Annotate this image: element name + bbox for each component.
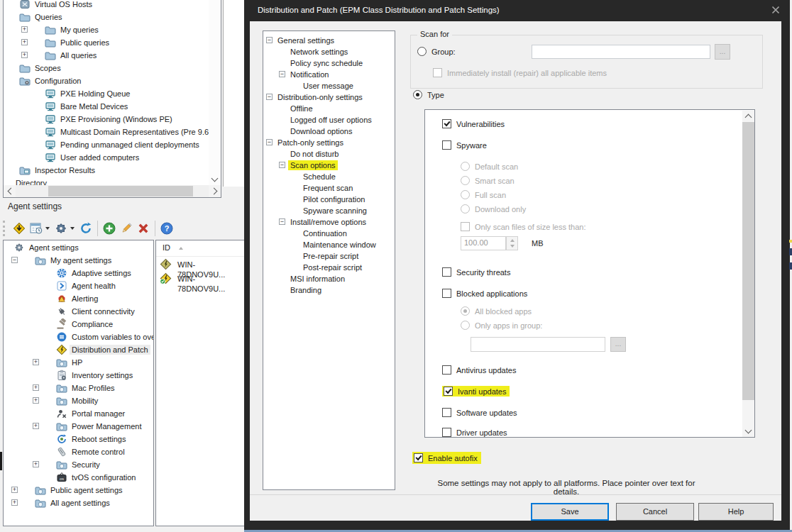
expand-icon[interactable]: + xyxy=(21,52,28,58)
spin-down-icon[interactable] xyxy=(510,245,515,248)
tree-item-mobility[interactable]: +Mobility xyxy=(4,394,153,407)
tree-item-multicast-domain-representatives-pre-9-6-or[interactable]: Multicast Domain Representatives (Pre 9.… xyxy=(4,126,209,138)
size-limit-spinner[interactable] xyxy=(506,236,518,250)
tree-item-configuration[interactable]: Configuration xyxy=(4,74,209,87)
collapse-icon[interactable]: − xyxy=(279,218,285,225)
tree-item-post-repair-script[interactable]: Post-repair script xyxy=(263,261,395,272)
tree-item-do-not-disturb[interactable]: Do not disturb xyxy=(263,148,395,159)
tree-item-custom-variables-to-overr[interactable]: Custom variables to overr xyxy=(4,331,153,343)
tree-item-inspector-results[interactable]: Inspector Results xyxy=(4,164,209,177)
tree-item-reboot-settings[interactable]: Reboot settings xyxy=(4,433,153,445)
collapse-icon[interactable]: − xyxy=(279,162,285,168)
driver-updates-checkbox[interactable] xyxy=(442,428,451,437)
cancel-button[interactable]: Cancel xyxy=(616,503,694,521)
collapse-icon[interactable]: − xyxy=(266,37,273,43)
toolbar-grip[interactable] xyxy=(3,221,7,236)
distribution-package-icon[interactable] xyxy=(11,220,28,237)
all-blocked-apps-radio[interactable] xyxy=(461,306,470,316)
software-updates-checkbox[interactable] xyxy=(442,408,451,417)
tree-item-notification[interactable]: −Notification xyxy=(263,68,395,79)
tree-item-alerting[interactable]: Alerting xyxy=(4,292,153,305)
horizontal-scroll-thumb[interactable] xyxy=(48,186,193,196)
tree-item-pilot-configuration[interactable]: Pilot configuration xyxy=(263,193,395,204)
scroll-left-button[interactable] xyxy=(4,185,16,197)
close-icon[interactable] xyxy=(771,5,781,15)
tree-item-agent-health[interactable]: Agent health xyxy=(4,279,153,292)
collapse-icon[interactable]: − xyxy=(11,257,18,263)
size-limit-input[interactable]: 100.00 xyxy=(461,236,506,250)
gear-dropdown-caret-icon[interactable] xyxy=(70,227,75,230)
tree-item-compliance[interactable]: Compliance xyxy=(4,318,153,331)
tree-item-distribution-and-patch[interactable]: Distribution and Patch xyxy=(4,343,153,356)
scan-group-browse-button[interactable]: ... xyxy=(715,44,730,60)
tree-item-bare-metal-devices[interactable]: Bare Metal Devices xyxy=(4,100,209,113)
tree-item-continuation[interactable]: Continuation xyxy=(263,227,395,238)
tree-item-pending-unmanaged-client-deployments[interactable]: Pending unmanaged client deployments xyxy=(4,138,209,151)
delete-icon[interactable] xyxy=(135,220,152,237)
tree-item-general-settings[interactable]: −General settings xyxy=(263,34,395,45)
ivanti-updates-checkbox[interactable] xyxy=(444,387,453,396)
tree-item-my-queries[interactable]: +My queries xyxy=(4,23,209,36)
tree-item-scan-options[interactable]: −Scan options xyxy=(263,159,395,170)
scan-group-radio[interactable] xyxy=(417,47,427,56)
tree-item-pxe-holding-queue[interactable]: PXE Holding Queue xyxy=(4,87,209,100)
spin-up-icon[interactable] xyxy=(510,239,515,242)
smart-scan-radio[interactable] xyxy=(461,176,470,185)
tree-item-mac-profiles[interactable]: +Mac Profiles xyxy=(4,382,153,394)
scroll-down-button[interactable] xyxy=(209,173,221,185)
scroll-down-button[interactable] xyxy=(742,426,754,437)
tree-item-all-agent-settings[interactable]: +All agent settings xyxy=(4,497,153,509)
tree-item-portal-manager[interactable]: Portal manager xyxy=(4,407,153,420)
tree-item-user-message[interactable]: User message xyxy=(263,79,395,91)
tree-item-user-added-computers[interactable]: User added computers xyxy=(4,151,209,164)
vertical-scroll-thumb[interactable] xyxy=(742,122,754,400)
security-threats-checkbox[interactable] xyxy=(442,267,451,277)
tree-item-network-settings[interactable]: Network settings xyxy=(263,45,395,57)
tree-item-queries[interactable]: Queries xyxy=(4,11,209,23)
tree-item-msi-information[interactable]: MSI information xyxy=(263,272,395,284)
schedule-dropdown-caret-icon[interactable] xyxy=(45,227,50,230)
tree-item-adaptive-settings[interactable]: Adaptive settings xyxy=(4,267,153,279)
tree-item-offline[interactable]: Offline xyxy=(263,102,395,113)
tree-item-my-agent-settings[interactable]: −My agent settings xyxy=(4,254,153,267)
expand-icon[interactable]: + xyxy=(33,359,39,365)
tree-item-scopes[interactable]: Scopes xyxy=(4,62,209,74)
type-list-vertical-scrollbar[interactable] xyxy=(742,111,754,437)
blocked-applications-checkbox[interactable] xyxy=(442,289,451,298)
network-tree-horizontal-scrollbar[interactable] xyxy=(4,185,221,197)
antivirus-updates-checkbox[interactable] xyxy=(442,365,451,375)
id-list-item[interactable]: WIN-78DNOV9U... xyxy=(156,257,244,272)
spyware-checkbox[interactable] xyxy=(442,140,451,150)
tree-item-schedule[interactable]: Schedule xyxy=(263,170,395,182)
scroll-right-button[interactable] xyxy=(209,185,221,197)
tree-item-spyware-scanning[interactable]: Spyware scanning xyxy=(263,204,395,216)
tree-item-agent-settings[interactable]: Agent settings xyxy=(4,241,153,254)
id-column-header[interactable]: ID xyxy=(156,240,244,257)
help-icon[interactable]: ? xyxy=(158,220,175,237)
settings-gear-icon[interactable] xyxy=(53,220,70,237)
expand-icon[interactable]: + xyxy=(21,39,28,45)
refresh-icon[interactable] xyxy=(77,220,94,237)
default-scan-radio[interactable] xyxy=(461,162,470,171)
expand-icon[interactable]: + xyxy=(33,423,39,429)
collapse-icon[interactable]: − xyxy=(279,71,285,77)
tree-item-policy-sync-schedule[interactable]: Policy sync schedule xyxy=(263,57,395,68)
tree-item-remote-control[interactable]: Remote control xyxy=(4,445,153,458)
blocked-group-input[interactable] xyxy=(471,337,605,352)
expand-icon[interactable]: + xyxy=(33,461,39,467)
collapse-icon[interactable]: − xyxy=(266,139,273,145)
immediately-install-checkbox[interactable] xyxy=(433,68,442,77)
expand-icon[interactable]: + xyxy=(21,26,28,33)
tree-item-distribution-only-settings[interactable]: −Distribution-only settings xyxy=(263,91,395,102)
tree-item-client-connectivity[interactable]: Client connectivity xyxy=(4,305,153,318)
tree-item-pxe-provisioning-windows-pe[interactable]: PXE Provisioning (Windows PE) xyxy=(4,113,209,126)
tree-item-inventory-settings[interactable]: Inventory settings xyxy=(4,369,153,382)
expand-icon[interactable]: + xyxy=(11,487,18,493)
tree-item-power-management[interactable]: +Power Management xyxy=(4,420,153,433)
save-button[interactable]: Save xyxy=(531,503,609,521)
collapse-icon[interactable]: − xyxy=(266,94,273,100)
tree-item-pre-repair-script[interactable]: Pre-repair script xyxy=(263,250,395,261)
network-tree-vertical-scrollbar[interactable] xyxy=(209,0,221,185)
tree-item-patch-only-settings[interactable]: −Patch-only settings xyxy=(263,136,395,148)
tree-item-public-queries[interactable]: +Public queries xyxy=(4,36,209,49)
